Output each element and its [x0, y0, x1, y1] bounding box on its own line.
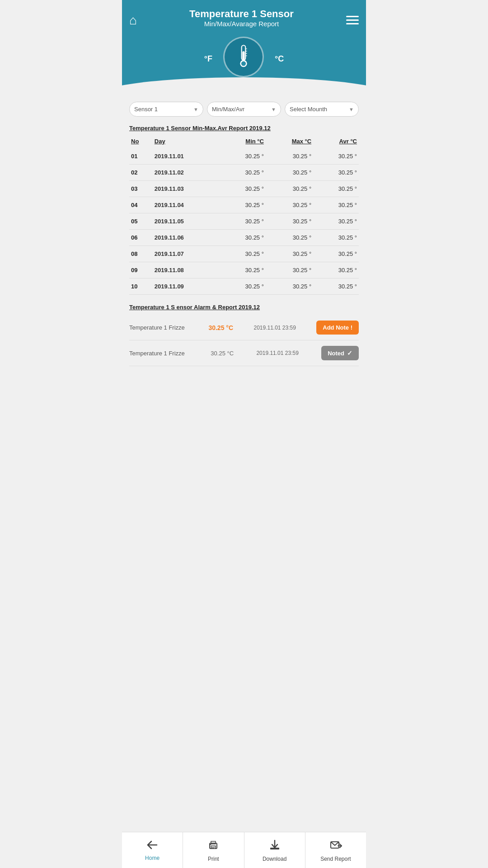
- chevron-down-icon: ▼: [193, 107, 198, 112]
- noted-button[interactable]: Noted ✓: [321, 346, 359, 360]
- row-day: 2019.11.01: [153, 148, 220, 165]
- row-avr: 30.25 °: [313, 197, 359, 213]
- main-content: Sensor 1 ▼ Min/Max/Avr ▼ Select Mounth ▼…: [122, 91, 366, 411]
- mode-dropdown[interactable]: Min/Max/Avr ▼: [207, 102, 281, 117]
- home-icon[interactable]: ⌂: [129, 13, 137, 28]
- row-min: 30.25 °: [220, 278, 266, 295]
- row-avr: 30.25 °: [313, 278, 359, 295]
- row-day: 2019.11.07: [153, 246, 220, 262]
- row-min: 30.25 °: [220, 165, 266, 181]
- row-max: 30.25 °: [266, 181, 313, 197]
- checkmark-icon: ✓: [347, 349, 352, 357]
- filter-dropdowns: Sensor 1 ▼ Min/Max/Avr ▼ Select Mounth ▼: [129, 102, 359, 117]
- row-max: 30.25 °: [266, 165, 313, 181]
- row-max: 30.25 °: [266, 262, 313, 278]
- row-day: 2019.11.05: [153, 213, 220, 230]
- header-subtitle: Min/Max/Avarage Report: [189, 20, 294, 28]
- table-row: 02 2019.11.02 30.25 ° 30.25 ° 30.25 °: [129, 165, 359, 181]
- header: ⌂ Temperature 1 Sensor Min/Max/Avarage R…: [122, 0, 366, 77]
- row-min: 30.25 °: [220, 246, 266, 262]
- table-row: 10 2019.11.09 30.25 ° 30.25 ° 30.25 °: [129, 278, 359, 295]
- table-row: 06 2019.11.06 30.25 ° 30.25 ° 30.25 °: [129, 230, 359, 246]
- row-day: 2019.11.04: [153, 197, 220, 213]
- row-no: 03: [129, 181, 153, 197]
- table-row: 09 2019.11.08 30.25 ° 30.25 ° 30.25 °: [129, 262, 359, 278]
- row-no: 10: [129, 278, 153, 295]
- alarm-sensor-name: Temperature 1 Frizze: [129, 324, 188, 331]
- table-row: 01 2019.11.01 30.25 ° 30.25 ° 30.25 °: [129, 148, 359, 165]
- row-no: 02: [129, 165, 153, 181]
- row-min: 30.25 °: [220, 197, 266, 213]
- row-no: 06: [129, 230, 153, 246]
- alarm-temp-value: 30.25 °C: [208, 324, 233, 331]
- fahrenheit-label: °F: [204, 54, 212, 77]
- alarm-time: 2019.11.01 23:59: [253, 325, 296, 331]
- table-row: 03 2019.11.03 30.25 ° 30.25 ° 30.25 °: [129, 181, 359, 197]
- row-avr: 30.25 °: [313, 262, 359, 278]
- row-day: 2019.11.09: [153, 278, 220, 295]
- row-no: 04: [129, 197, 153, 213]
- row-avr: 30.25 °: [313, 246, 359, 262]
- row-avr: 30.25 °: [313, 148, 359, 165]
- col-header-day: Day: [153, 136, 220, 148]
- alarm-section: Temperature 1 S ensor Alarm & Report 201…: [129, 304, 359, 366]
- row-no: 05: [129, 213, 153, 230]
- table-row: 04 2019.11.04 30.25 ° 30.25 ° 30.25 °: [129, 197, 359, 213]
- col-header-no: No: [129, 136, 153, 148]
- alarm-row: Temperature 1 Frizze 30.25 °C 2019.11.01…: [129, 340, 359, 366]
- add-note-button[interactable]: Add Note !: [316, 321, 359, 335]
- row-max: 30.25 °: [266, 148, 313, 165]
- row-max: 30.25 °: [266, 197, 313, 213]
- chevron-down-icon: ▼: [271, 107, 276, 112]
- alarm-temp-value: 30.25 °C: [211, 350, 234, 357]
- thermometer-icon: [235, 43, 253, 71]
- row-no: 08: [129, 246, 153, 262]
- data-table: No Day Min °C Max °C Avr °C 01 2019.11.0…: [129, 136, 359, 295]
- row-day: 2019.11.03: [153, 181, 220, 197]
- row-min: 30.25 °: [220, 213, 266, 230]
- row-min: 30.25 °: [220, 148, 266, 165]
- chevron-down-icon: ▼: [349, 107, 354, 112]
- row-avr: 30.25 °: [313, 165, 359, 181]
- svg-rect-1: [242, 51, 244, 60]
- row-day: 2019.11.08: [153, 262, 220, 278]
- row-day: 2019.11.06: [153, 230, 220, 246]
- sensor-dropdown[interactable]: Sensor 1 ▼: [129, 102, 203, 117]
- row-day: 2019.11.02: [153, 165, 220, 181]
- thermometer-circle: [223, 37, 264, 77]
- row-max: 30.25 °: [266, 230, 313, 246]
- alarm-time: 2019.11.01 23:59: [256, 350, 298, 356]
- row-min: 30.25 °: [220, 230, 266, 246]
- row-min: 30.25 °: [220, 181, 266, 197]
- row-max: 30.25 °: [266, 278, 313, 295]
- col-header-max: Max °C: [266, 136, 313, 148]
- row-min: 30.25 °: [220, 262, 266, 278]
- row-max: 30.25 °: [266, 213, 313, 230]
- row-avr: 30.25 °: [313, 213, 359, 230]
- col-header-avr: Avr °C: [313, 136, 359, 148]
- row-no: 09: [129, 262, 153, 278]
- row-no: 01: [129, 148, 153, 165]
- row-avr: 30.25 °: [313, 230, 359, 246]
- alarm-row: Temperature 1 Frizze 30.25 °C 2019.11.01…: [129, 315, 359, 340]
- col-header-min: Min °C: [220, 136, 266, 148]
- row-max: 30.25 °: [266, 246, 313, 262]
- alarm-sensor-name: Temperature 1 Frizze: [129, 350, 188, 357]
- celsius-label: °C: [275, 54, 284, 77]
- hamburger-menu-icon[interactable]: [346, 16, 359, 24]
- month-dropdown[interactable]: Select Mounth ▼: [285, 102, 359, 117]
- alarm-title: Temperature 1 S ensor Alarm & Report 201…: [129, 304, 359, 311]
- row-avr: 30.25 °: [313, 181, 359, 197]
- table-row: 05 2019.11.05 30.25 ° 30.25 ° 30.25 °: [129, 213, 359, 230]
- header-title: Temperature 1 Sensor: [189, 8, 294, 20]
- table-row: 08 2019.11.07 30.25 ° 30.25 ° 30.25 °: [129, 246, 359, 262]
- report-title: Temperature 1 Sensor Min-Max.Avr Report …: [129, 125, 359, 132]
- svg-point-3: [241, 61, 246, 66]
